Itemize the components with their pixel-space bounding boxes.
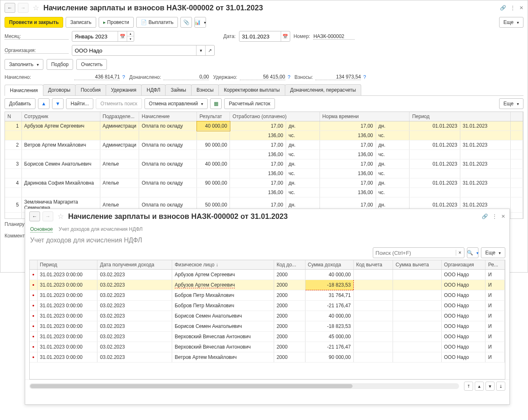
bullet-icon: • — [32, 354, 34, 361]
help-icon[interactable]: ? — [122, 74, 125, 80]
back-button[interactable]: ← — [5, 3, 15, 13]
search-settings-button[interactable]: 🔍 — [467, 247, 478, 258]
subtab-1[interactable]: Учет доходов для исчисления НДФЛ — [59, 226, 143, 233]
date-input[interactable]: 📅 — [239, 31, 290, 42]
table-row[interactable]: • 31.01.2023 0:00:0003.02.2023Ветров Арт… — [30, 352, 505, 363]
add-button[interactable]: Добавить — [5, 98, 36, 109]
more-button[interactable]: Еще — [499, 17, 523, 28]
col-header[interactable]: Физическое лицо ↓ — [172, 260, 274, 270]
tab-6[interactable]: Взносы — [191, 84, 219, 95]
pay-icon: 📄 — [141, 19, 147, 25]
tab-0[interactable]: Начисления — [5, 85, 43, 96]
pick-button[interactable]: Подбор — [47, 59, 73, 70]
month-down[interactable]: ▾ — [127, 36, 134, 41]
search-input[interactable]: × — [373, 247, 464, 258]
table-row[interactable]: 136,00чс. 136,00чс. — [5, 169, 523, 178]
close-icon[interactable]: ✕ — [519, 5, 523, 11]
month-input[interactable]: 📅 ▴▾ — [72, 31, 134, 42]
payslip-button[interactable]: Расчетный листок — [224, 98, 275, 109]
col-header[interactable]: Сумма дохода — [305, 260, 353, 270]
month-picker-icon[interactable]: 📅 — [118, 31, 127, 41]
table-row[interactable]: • 31.01.2023 0:00:0003.02.2023Борисов Се… — [30, 321, 505, 332]
col-header[interactable]: Дата получения дохода — [97, 260, 172, 270]
back-button[interactable]: ← — [29, 211, 40, 221]
col-header[interactable]: Организация — [441, 260, 485, 270]
post-and-close-button[interactable]: Провести и закрыть — [5, 17, 63, 28]
close-icon[interactable]: ✕ — [501, 214, 505, 219]
more-button[interactable]: Еще — [481, 247, 505, 258]
link-icon[interactable]: 🔗 — [482, 214, 488, 219]
find-button[interactable]: Найти... — [66, 98, 93, 109]
cancel-search-button[interactable]: Отменить поиск — [96, 98, 142, 109]
tab-1[interactable]: Договоры — [43, 84, 76, 95]
table-row[interactable]: 3Борисов Семен АнатольевичАтельеОплата п… — [5, 159, 523, 169]
post-button[interactable]: ▸Провести — [99, 17, 134, 28]
help-icon[interactable]: ? — [363, 74, 366, 80]
accrued-value: 436 814,71 — [74, 74, 120, 80]
col-header[interactable]: Начисление — [139, 112, 197, 121]
table-row[interactable]: 136,00чс. 136,00чс. — [5, 188, 523, 197]
report-button[interactable]: 📊 — [194, 17, 206, 28]
table-row[interactable]: 136,00чс. 136,00чс. — [5, 150, 523, 159]
table-more-button[interactable]: Еще — [499, 98, 523, 109]
kebab-icon[interactable]: ⋮ — [492, 214, 497, 219]
col-header[interactable]: Подразделе... — [100, 112, 139, 121]
org-input[interactable]: ▾ ↗ — [72, 45, 215, 56]
col-header[interactable]: Отработано (оплачено) — [230, 112, 320, 121]
horizontal-scrollbar[interactable] — [29, 383, 459, 389]
col-header[interactable]: Норма времени — [320, 112, 410, 121]
col-header[interactable]: Результат — [197, 112, 230, 121]
table-row[interactable]: • 31.01.2023 0:00:0003.02.2023Верховский… — [30, 332, 505, 342]
kebab-icon[interactable]: ⋮ — [510, 5, 515, 11]
cancel-fix-button[interactable]: Отмена исправлений — [144, 98, 208, 109]
move-up-button[interactable]: ▲ — [38, 98, 50, 109]
save-button[interactable]: Записать — [66, 17, 96, 28]
forward-button[interactable]: → — [18, 3, 28, 13]
org-open-icon[interactable]: ↗ — [205, 45, 214, 55]
tab-3[interactable]: Удержания — [106, 84, 142, 95]
col-header[interactable]: Сотрудник — [21, 112, 100, 121]
tab-2[interactable]: Пособия — [75, 84, 106, 95]
scroll-bottom-icon[interactable]: ⤓ — [496, 382, 505, 391]
col-header[interactable]: Период — [37, 260, 97, 270]
tab-4[interactable]: НДФЛ — [141, 84, 166, 95]
table-row[interactable]: • 31.01.2023 0:00:0003.02.2023Борисов Се… — [30, 311, 505, 321]
table-row[interactable]: 2Ветров Артем МихайловичАдминистрациОпла… — [5, 140, 523, 150]
month-up[interactable]: ▴ — [127, 31, 134, 36]
clear-search-icon[interactable]: × — [456, 250, 464, 256]
col-header[interactable]: Период — [410, 112, 511, 121]
star-icon[interactable]: ☆ — [33, 3, 39, 12]
col-header[interactable]: Ре... — [485, 260, 505, 270]
table-row[interactable]: 1Арбузов Артем СергеевичАдминистрациОпла… — [5, 121, 523, 131]
tab-5[interactable]: Займы — [165, 84, 192, 95]
grid-icon-button[interactable]: ▦ — [210, 98, 222, 109]
subtab-0[interactable]: Основное — [30, 226, 53, 233]
col-header[interactable]: Код до... — [274, 260, 305, 270]
forward-button[interactable]: → — [43, 211, 53, 221]
attach-button[interactable]: 📎 — [180, 17, 192, 28]
move-down-button[interactable]: ▼ — [52, 98, 64, 109]
org-dropdown-icon[interactable]: ▾ — [196, 45, 205, 55]
table-row[interactable]: • 31.01.2023 0:00:0003.02.2023Бобров Пет… — [30, 290, 505, 301]
date-picker-icon[interactable]: 📅 — [281, 31, 290, 41]
star-icon[interactable]: ☆ — [57, 212, 64, 221]
tab-7[interactable]: Корректировки выплаты — [218, 84, 285, 95]
help-icon[interactable]: ? — [288, 74, 291, 80]
col-header[interactable]: Код вычета — [353, 260, 393, 270]
col-header[interactable]: Сумма вычета — [393, 260, 441, 270]
clear-button[interactable]: Очистить — [76, 59, 107, 70]
pay-button[interactable]: 📄Выплатить — [136, 17, 178, 28]
table-row[interactable]: • 31.01.2023 0:00:0003.02.2023Бобров Пет… — [30, 301, 505, 311]
scroll-top-icon[interactable]: ⤒ — [464, 382, 473, 391]
col-header[interactable]: N — [5, 112, 21, 121]
table-row[interactable]: • 31.01.2023 0:00:0003.02.2023Арбузов Ар… — [30, 270, 505, 280]
scroll-down-icon[interactable]: ▼ — [485, 382, 495, 391]
fill-button[interactable]: Заполнить — [5, 59, 43, 70]
tab-8[interactable]: Доначисления, перерасчеты — [285, 84, 361, 95]
link-icon[interactable]: 🔗 — [500, 5, 506, 11]
table-row[interactable]: • 31.01.2023 0:00:0003.02.2023Верховский… — [30, 342, 505, 352]
table-row[interactable]: 136,00чс. 136,00чс. — [5, 131, 523, 140]
scroll-up-icon[interactable]: ▲ — [475, 382, 484, 391]
table-row[interactable]: • 31.01.2023 0:00:0003.02.2023Арбузов Ар… — [30, 280, 505, 290]
table-row[interactable]: 4Даринова София МихайловнаАтельеОплата п… — [5, 178, 523, 188]
